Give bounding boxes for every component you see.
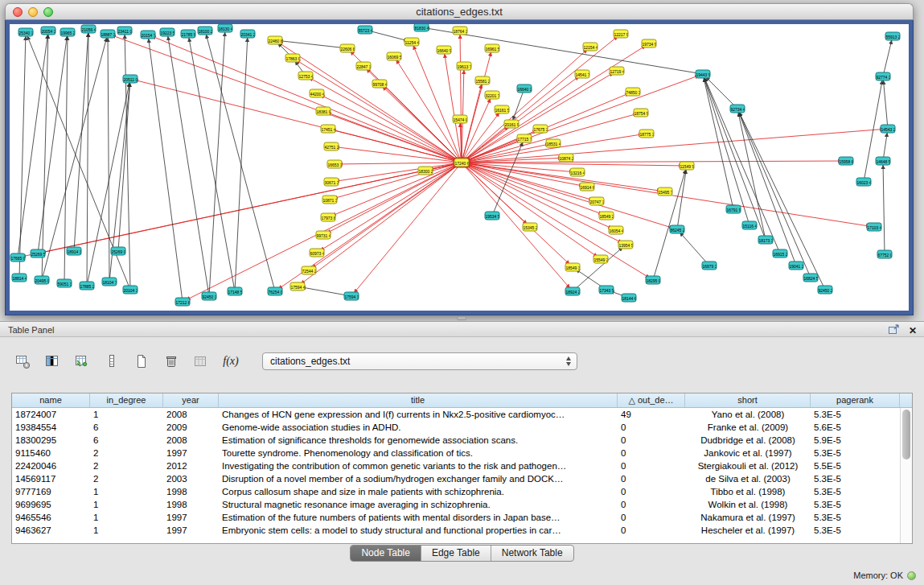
graph-node[interactable]: 25269 5 [31,249,46,258]
graph-node[interactable]: 18887 3 [101,30,116,39]
graph-node[interactable]: 16161 5 [495,105,510,114]
graph-node[interactable]: 16979 1 [702,262,717,270]
select-columns-button[interactable] [41,351,64,372]
graph-node[interactable]: 18144 6 [622,294,637,303]
graph-node[interactable]: 20161 9 [504,120,519,129]
table-row[interactable]: 946362711997Embryonic stem cells: a mode… [12,524,900,537]
graph-node[interactable]: 22460 8 [268,36,283,45]
column-header[interactable]: in_degree [90,393,163,407]
graph-node[interactable]: 16069 5 [387,52,402,61]
column-header[interactable]: pagerank [811,393,900,407]
graph-node[interactable]: 17212 8 [175,298,191,307]
graph-node[interactable]: 18381 0 [316,107,331,116]
graph-node[interactable]: 86245 2 [670,225,685,234]
table-row[interactable]: 911546021997Tourette syndrome. Phenomeno… [12,447,900,459]
graph-node[interactable]: 18300 2 [418,167,433,175]
graph-node[interactable]: 92774 1 [876,72,891,81]
graph-node[interactable]: 16791 9 [726,205,741,214]
table-scrollbar[interactable] [900,408,912,543]
graph-node[interactable]: 81830 4 [414,24,429,32]
graph-node[interactable]: 12753 4 [298,72,314,80]
graph-node[interactable]: 21785 9 [181,30,196,39]
graph-node[interactable]: 16915 2 [773,249,788,258]
graph-node[interactable]: 25340 1 [18,28,34,37]
graph-node[interactable]: 92450 2 [818,286,833,295]
graph-node[interactable]: 18814 4 [12,274,27,282]
graph-node[interactable]: 19734 9 [642,39,657,48]
graph-node[interactable]: 15581 2 [475,76,491,85]
graph-node[interactable]: 10871 3 [322,196,338,204]
graph-node[interactable]: 14648 5 [876,157,891,166]
graph-node[interactable]: 19965 2 [60,28,76,37]
graph-node[interactable]: 14543 2 [881,125,896,134]
graph-node[interactable]: 17863 0 [285,54,301,63]
graph-node[interactable]: 42751 2 [324,142,339,151]
graph-node[interactable]: 18295 0 [646,276,661,285]
graph-node[interactable]: 20747 1 [589,197,605,206]
graph-node[interactable]: 15345 2 [523,223,538,232]
graph-node[interactable]: 18100 2 [198,27,213,35]
graph-node[interactable]: 11254 4 [405,38,420,47]
graph-node[interactable]: 55913 2 [885,32,901,41]
graph-node[interactable]: 74850 3 [626,88,641,97]
column-header[interactable]: name [12,393,90,407]
graph-node[interactable]: 22847 1 [356,62,372,71]
column-header[interactable]: △ out_de… [618,393,685,407]
graph-node[interactable]: 72544 2 [302,266,317,275]
graph-node[interactable]: 17451 4 [321,125,336,134]
graph-node[interactable]: 22606 8 [340,44,355,53]
graph-node[interactable]: 17148 5 [228,287,243,296]
graph-node[interactable]: 67752 0 [877,250,893,259]
table-row[interactable]: 969969511998Structural magnetic resonanc… [12,498,900,511]
minimize-window-button[interactable] [28,7,38,17]
graph-node[interactable]: 18775 1 [639,130,655,138]
graph-node[interactable]: 76254 0 [268,287,283,296]
tab-node-table[interactable]: Node Table [351,546,421,561]
graph-node[interactable]: 16054 4 [609,226,624,235]
graph-node[interactable]: 19041 2 [789,262,804,270]
graph-node[interactable]: 16824 5 [803,274,819,282]
graph-node[interactable]: 92734 4 [730,105,745,113]
graph-node[interactable]: 18173 3 [758,236,774,245]
graph-node[interactable]: 20154 7 [141,31,156,39]
graph-node[interactable]: 99708 4 [372,80,388,89]
graph-node[interactable]: 15549 2 [593,255,609,264]
graph-node[interactable]: 17675 1 [533,125,548,134]
table-row[interactable]: 1830029562008Estimation of significance … [12,434,900,447]
close-window-button[interactable] [13,7,23,17]
table-row[interactable]: 946554611997Estimation of the future num… [12,511,900,524]
table-row[interactable]: 1938455462009Genome-wide association stu… [12,421,900,434]
graph-node[interactable]: 18531 4 [546,139,561,148]
graph-node[interactable]: 23411 0 [117,27,133,35]
graph-node[interactable]: 16640 1 [517,84,532,93]
graph-node[interactable]: 19613 7 [457,62,472,71]
graph-node[interactable]: 17665 0 [10,253,26,262]
graph-node[interactable]: 16961 5 [485,44,500,53]
graph-node[interactable]: 21056 4 [81,25,97,34]
graph-node[interactable]: 10874 2 [559,154,574,163]
graph-node[interactable]: 16023 4 [856,178,872,187]
graph-node[interactable]: 20495 0 [35,276,50,285]
graph-node[interactable]: 92450 1 [202,292,217,301]
tab-edge-table[interactable]: Edge Table [421,546,491,561]
zoom-window-button[interactable] [43,7,53,17]
column-settings-button[interactable] [11,351,34,372]
table-selector-dropdown[interactable]: citations_edges.txt [262,352,577,370]
graph-node[interactable]: 99731 4 [316,231,331,240]
graph-node[interactable]: 18549 3 [565,263,581,272]
column-header[interactable]: year [163,393,219,407]
graph-node[interactable]: 18754 9 [634,109,649,117]
table-row[interactable]: 1456911722003Disruption of a novel membe… [12,472,900,485]
import-table-button[interactable] [71,351,93,372]
delete-column-button[interactable] [160,351,183,372]
table-row[interactable]: 2242004622012Investigating the contribut… [12,459,900,472]
graph-node[interactable]: 19223 5 [160,28,175,37]
graph-node[interactable]: 16653 1 [327,160,343,169]
graph-node[interactable]: 17594 4 [290,282,306,291]
graph-node[interactable]: 11549 9 [680,162,695,171]
graph-node[interactable]: 13954 5 [618,241,634,249]
graph-node[interactable]: 18914 3 [67,247,82,256]
close-panel-icon[interactable]: ✕ [909,325,917,336]
graph-node[interactable]: 14541 7 [575,70,590,79]
graph-node[interactable]: 25269 0 [111,247,126,256]
